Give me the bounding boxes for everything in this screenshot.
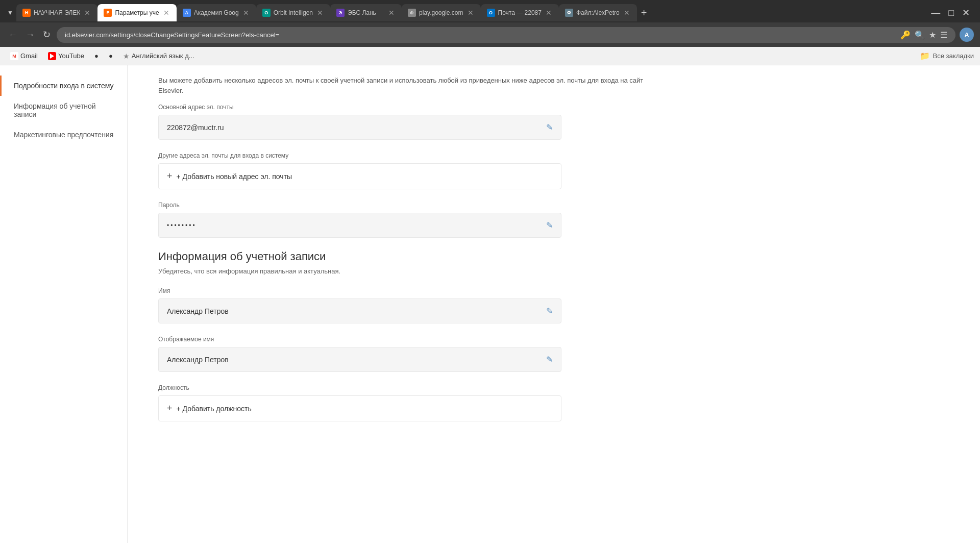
add-position-button[interactable]: + + Добавить должность bbox=[158, 395, 561, 421]
url-bar[interactable]: id.elsevier.com/settings/closeChangeSett… bbox=[57, 27, 955, 43]
tab7-label: Почта — 22087 bbox=[498, 9, 542, 16]
tab-7[interactable]: O Почта — 22087 ✕ bbox=[481, 4, 559, 21]
gmail-favicon: M bbox=[10, 52, 18, 60]
primary-email-box: 220872@muctr.ru ✎ bbox=[158, 115, 561, 140]
password-icon[interactable]: 🔑 bbox=[900, 30, 911, 40]
password-value: •••••••• bbox=[167, 222, 546, 229]
window-controls: — □ ✕ bbox=[931, 7, 976, 18]
bookmark-youtube[interactable]: YouTube bbox=[44, 50, 88, 62]
add-email-button[interactable]: + + Добавить новый адрес эл. почты bbox=[158, 163, 561, 189]
minimize-button[interactable]: — bbox=[931, 8, 940, 18]
youtube-play-icon bbox=[50, 54, 54, 59]
display-name-box: Александр Петров ✎ bbox=[158, 347, 561, 372]
password-group: Пароль •••••••• ✎ bbox=[158, 202, 658, 238]
position-label: Должность bbox=[158, 384, 658, 391]
sidebar-item-marketing[interactable]: Маркетинговые предпочтения bbox=[0, 124, 127, 145]
back-button[interactable]: ← bbox=[6, 28, 19, 42]
account-info-subtext: Убедитесь, что вся информация правильная… bbox=[158, 267, 658, 275]
tab-8[interactable]: Ф Файл:AlexPetro ✕ bbox=[559, 4, 637, 21]
extensions-icon[interactable]: ☰ bbox=[940, 30, 947, 40]
url-icons: 🔑 🔍 ★ ☰ bbox=[900, 30, 947, 40]
add-position-plus-icon: + bbox=[167, 403, 173, 414]
bookmark-globe1[interactable]: ● bbox=[90, 50, 103, 62]
tab8-favicon: Ф bbox=[565, 9, 573, 17]
tab-bar: ▼ Н НАУЧНАЯ ЭЛЕК ✕ E Параметры уче ✕ A А… bbox=[0, 0, 980, 22]
tab-1[interactable]: Н НАУЧНАЯ ЭЛЕК ✕ bbox=[16, 4, 98, 21]
tab4-close[interactable]: ✕ bbox=[316, 8, 324, 18]
new-tab-button[interactable]: + bbox=[637, 4, 651, 21]
tab7-close[interactable]: ✕ bbox=[545, 8, 553, 18]
main-content: Вы можете добавить несколько адресов эл.… bbox=[128, 65, 689, 543]
tab1-label: НАУЧНАЯ ЭЛЕК bbox=[34, 9, 81, 16]
primary-email-value: 220872@muctr.ru bbox=[167, 123, 546, 132]
tab1-close[interactable]: ✕ bbox=[83, 8, 91, 18]
add-position-text: + Добавить должность bbox=[177, 405, 252, 413]
account-info-heading: Информация об учетной записи bbox=[158, 250, 658, 263]
reload-button[interactable]: ↻ bbox=[41, 27, 53, 42]
tab6-close[interactable]: ✕ bbox=[467, 8, 475, 18]
sidebar: Подробности входа в систему Информация о… bbox=[0, 65, 128, 543]
tab-6[interactable]: ⊕ play.google.com ✕ bbox=[402, 4, 481, 21]
youtube-label: YouTube bbox=[58, 52, 84, 60]
tab1-favicon: Н bbox=[22, 9, 31, 17]
password-box: •••••••• ✎ bbox=[158, 213, 561, 238]
tab-5[interactable]: Э ЭБС Лань ✕ bbox=[330, 4, 402, 21]
display-name-edit-icon[interactable]: ✎ bbox=[546, 355, 553, 364]
tab2-close[interactable]: ✕ bbox=[162, 8, 170, 18]
sidebar-item-login[interactable]: Подробности входа в систему bbox=[0, 76, 127, 96]
other-emails-label: Другие адреса эл. почты для входа в сист… bbox=[158, 152, 658, 159]
top-info: Вы можете добавить несколько адресов эл.… bbox=[158, 65, 658, 104]
name-group: Имя Александр Петров ✎ bbox=[158, 287, 658, 323]
add-email-text: + Добавить новый адрес эл. почты bbox=[177, 172, 292, 181]
user-avatar[interactable]: A bbox=[960, 28, 974, 42]
tab3-favicon: A bbox=[183, 9, 191, 17]
password-edit-icon[interactable]: ✎ bbox=[546, 220, 553, 230]
tab5-close[interactable]: ✕ bbox=[387, 8, 396, 18]
tab-2[interactable]: E Параметры уче ✕ bbox=[97, 4, 176, 21]
tab5-favicon: Э bbox=[336, 9, 345, 17]
tab-3[interactable]: A Академия Goog ✕ bbox=[177, 4, 256, 21]
password-label: Пароль bbox=[158, 202, 658, 209]
bookmark-globe2[interactable]: ● bbox=[105, 50, 117, 62]
url-text: id.elsevier.com/settings/closeChangeSett… bbox=[65, 31, 896, 39]
tab7-favicon: O bbox=[487, 9, 495, 17]
maximize-button[interactable]: □ bbox=[948, 8, 954, 18]
name-edit-icon[interactable]: ✎ bbox=[546, 306, 553, 316]
bookmarks-right: 📁 Все закладки bbox=[920, 51, 974, 61]
lang-label: Английский язык д... bbox=[132, 52, 194, 60]
tab4-favicon: O bbox=[262, 9, 271, 17]
zoom-icon[interactable]: 🔍 bbox=[915, 30, 925, 40]
bookmark-gmail[interactable]: M Gmail bbox=[6, 50, 42, 62]
address-bar: ← → ↻ id.elsevier.com/settings/closeChan… bbox=[0, 22, 980, 47]
primary-email-edit-icon[interactable]: ✎ bbox=[546, 122, 553, 132]
display-name-value: Александр Петров bbox=[167, 356, 546, 364]
lang-icon: ★ bbox=[123, 52, 130, 60]
tab5-label: ЭБС Лань bbox=[348, 9, 384, 16]
bookmark-star-icon[interactable]: ★ bbox=[929, 30, 936, 40]
sidebar-item-account[interactable]: Информация об учетной записи bbox=[0, 96, 127, 124]
other-emails-group: Другие адреса эл. почты для входа в сист… bbox=[158, 152, 658, 189]
position-group: Должность + + Добавить должность bbox=[158, 384, 658, 421]
globe1-icon: ● bbox=[94, 52, 99, 60]
name-label: Имя bbox=[158, 287, 658, 294]
tab8-close[interactable]: ✕ bbox=[623, 8, 631, 18]
add-email-plus-icon: + bbox=[167, 171, 173, 182]
tab3-label: Академия Goog bbox=[194, 9, 239, 16]
tab6-label: play.google.com bbox=[419, 9, 463, 16]
tab8-label: Файл:AlexPetro bbox=[576, 9, 620, 16]
account-info-section: Информация об учетной записи Убедитесь, … bbox=[158, 250, 658, 421]
tab-overflow-button[interactable]: ▼ bbox=[4, 9, 16, 16]
tab3-close[interactable]: ✕ bbox=[242, 8, 250, 18]
display-name-label: Отображаемое имя bbox=[158, 336, 658, 343]
browser-chrome: ▼ Н НАУЧНАЯ ЭЛЕК ✕ E Параметры уче ✕ A А… bbox=[0, 0, 980, 65]
close-window-button[interactable]: ✕ bbox=[962, 7, 970, 18]
tab-4[interactable]: O Orbit Intelligen ✕ bbox=[256, 4, 330, 21]
primary-email-label: Основной адрес эл. почты bbox=[158, 104, 658, 111]
bookmark-lang[interactable]: ★ Английский язык д... bbox=[119, 50, 199, 62]
all-bookmarks-button[interactable]: Все закладки bbox=[933, 52, 974, 60]
forward-button[interactable]: → bbox=[23, 28, 37, 42]
display-name-group: Отображаемое имя Александр Петров ✎ bbox=[158, 336, 658, 372]
youtube-favicon bbox=[48, 52, 56, 60]
bookmarks-bar: M Gmail YouTube ● ● ★ Английский язык д.… bbox=[0, 47, 980, 65]
tab4-label: Orbit Intelligen bbox=[274, 9, 313, 16]
